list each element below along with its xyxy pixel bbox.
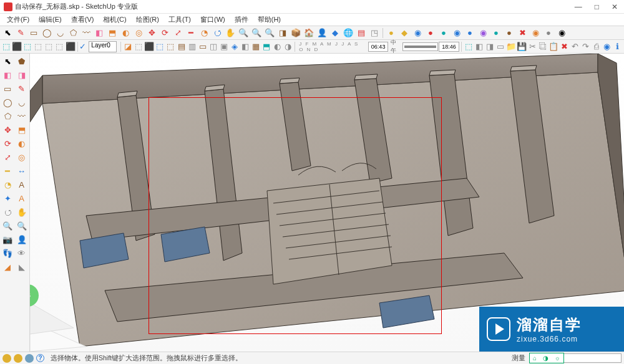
c16-icon[interactable]: ◑ [283, 41, 293, 53]
menu-工具(T)[interactable]: 工具(T) [164, 14, 195, 26]
menu-编辑(E)[interactable]: 编辑(E) [34, 14, 66, 26]
circle-icon[interactable]: ◯ [41, 27, 53, 39]
select-icon[interactable]: ⬉ [1, 27, 14, 39]
c1-icon[interactable]: ◪ [123, 41, 133, 53]
status-icon-2[interactable] [14, 354, 22, 363]
circle-icon[interactable]: ◯ [1, 96, 14, 108]
cam1-icon[interactable]: 📷 [1, 233, 14, 246]
b13-icon[interactable]: ● [542, 27, 555, 39]
component-icon[interactable]: 📦 [290, 27, 302, 39]
status-icon-3[interactable] [25, 354, 34, 363]
box6-icon[interactable]: ⬚ [54, 41, 64, 53]
menu-查看(V)[interactable]: 查看(V) [67, 14, 99, 26]
d1-icon[interactable]: ⬚ [464, 41, 474, 53]
sc-b[interactable]: ◑ [543, 355, 548, 362]
small-controls[interactable]: ⌂ ◑ ☼ [529, 353, 564, 363]
menu-帮助(H)[interactable]: 帮助(H) [253, 14, 285, 26]
open-icon[interactable]: 📁 [506, 41, 516, 53]
walk-icon[interactable]: 👣 [1, 247, 14, 259]
menu-相机(C)[interactable]: 相机(C) [99, 14, 130, 26]
c9-icon[interactable]: ◫ [208, 41, 218, 53]
b6-icon[interactable]: ◉ [451, 27, 463, 39]
layout-icon[interactable]: ▤ [355, 27, 368, 39]
polygon-icon[interactable]: ⬠ [67, 27, 79, 39]
sc-c[interactable]: ☼ [555, 355, 560, 362]
paste-icon[interactable]: 📋 [548, 41, 558, 53]
sc-a[interactable]: ⌂ [533, 355, 537, 362]
status-icon-1[interactable] [2, 354, 11, 363]
sec2-icon[interactable]: ◣ [16, 261, 28, 273]
offset-icon[interactable]: ◎ [132, 27, 145, 39]
b1-icon[interactable]: ● [385, 27, 397, 39]
box2-icon[interactable]: ⬛ [12, 41, 22, 53]
layer-select[interactable]: Layer0 [89, 41, 117, 52]
menu-插件[interactable]: 插件 [230, 14, 253, 26]
chrome-icon[interactable]: ◉ [555, 27, 568, 39]
print-icon[interactable]: ⎙ [592, 41, 602, 53]
move-icon[interactable]: ✥ [145, 27, 158, 39]
b5-icon[interactable]: ● [437, 27, 450, 39]
cut-icon[interactable]: ✂ [527, 41, 537, 53]
zoom-icon[interactable]: 🔍 [237, 27, 250, 39]
box1-icon[interactable]: ⬚ [1, 41, 11, 53]
maximize-button[interactable]: □ [595, 2, 599, 11]
time2-box[interactable]: 18:46 [439, 42, 459, 52]
zoom-extents-icon[interactable]: 🔍 [250, 27, 263, 39]
b12-icon[interactable]: ◉ [529, 27, 542, 39]
close-button[interactable]: ✕ [612, 2, 618, 11]
eraser-icon[interactable]: ◧ [93, 27, 105, 39]
zoom2-icon[interactable]: 🔍 [16, 219, 28, 232]
b2-icon[interactable]: ◆ [398, 27, 411, 39]
layers-icon[interactable]: ◆ [329, 27, 341, 39]
c7-icon[interactable]: ▥ [187, 41, 197, 53]
pushpull-icon[interactable]: ⬒ [16, 123, 28, 136]
menu-文件(F)[interactable]: 文件(F) [2, 14, 34, 26]
text-icon[interactable]: A [16, 178, 28, 191]
pan-icon[interactable]: ✋ [16, 206, 28, 218]
b4-icon[interactable]: ● [424, 27, 437, 39]
eraser-icon[interactable]: ◧ [1, 69, 14, 81]
followme-icon[interactable]: ◐ [119, 27, 132, 39]
c6-icon[interactable]: ▤ [177, 41, 187, 53]
protractor-icon[interactable]: ◔ [198, 27, 210, 39]
del-icon[interactable]: ✖ [559, 41, 569, 53]
move-icon[interactable]: ✥ [1, 123, 14, 136]
protractor-icon[interactable]: ◔ [1, 178, 14, 191]
axes-icon[interactable]: ✦ [1, 192, 14, 204]
c13-icon[interactable]: ▦ [251, 41, 261, 53]
b10-icon[interactable]: ● [503, 27, 515, 39]
box4-icon[interactable]: ⬚ [33, 41, 43, 53]
scale-icon[interactable]: ⤢ [1, 151, 14, 163]
rect-icon[interactable]: ▭ [1, 82, 14, 95]
c4-icon[interactable]: ⬚ [155, 41, 165, 53]
b8-icon[interactable]: ◉ [477, 27, 489, 39]
save-icon[interactable]: 💾 [517, 41, 527, 53]
info-icon[interactable]: ℹ [613, 41, 623, 53]
b11-icon[interactable]: ✖ [516, 27, 529, 39]
freehand-icon[interactable]: 〰 [16, 110, 28, 122]
select-icon[interactable]: ⬉ [1, 55, 14, 67]
look-icon[interactable]: 👁 [16, 247, 28, 259]
layer-visible-icon[interactable]: ✓ [79, 42, 86, 50]
menu-绘图(R)[interactable]: 绘图(R) [132, 14, 163, 26]
freehand-icon[interactable]: 〰 [80, 27, 92, 39]
copy-icon[interactable]: ⿻ [538, 41, 548, 53]
iso-icon[interactable]: ◨ [276, 27, 289, 39]
rotate-icon[interactable]: ⟳ [1, 137, 14, 150]
arc-icon[interactable]: ◡ [54, 27, 66, 39]
b3-icon[interactable]: ◉ [411, 27, 424, 39]
c12-icon[interactable]: ◧ [240, 41, 250, 53]
styles-icon[interactable]: ◳ [368, 27, 381, 39]
shadow-slider[interactable] [402, 42, 438, 51]
c8-icon[interactable]: ▭ [198, 41, 208, 53]
arc-icon[interactable]: ◡ [16, 96, 28, 108]
opts-icon[interactable]: ◉ [602, 41, 612, 53]
rotate-icon[interactable]: ⟳ [158, 27, 171, 39]
web-icon[interactable]: 🌐 [342, 27, 354, 39]
tape-icon[interactable]: ━ [185, 27, 197, 39]
d3-icon[interactable]: ◨ [485, 41, 495, 53]
pushpull-icon[interactable]: ⬒ [106, 27, 119, 39]
warehouse-icon[interactable]: 🏠 [303, 27, 315, 39]
c2-icon[interactable]: ⬚ [134, 41, 144, 53]
line-icon[interactable]: ✎ [14, 27, 27, 39]
